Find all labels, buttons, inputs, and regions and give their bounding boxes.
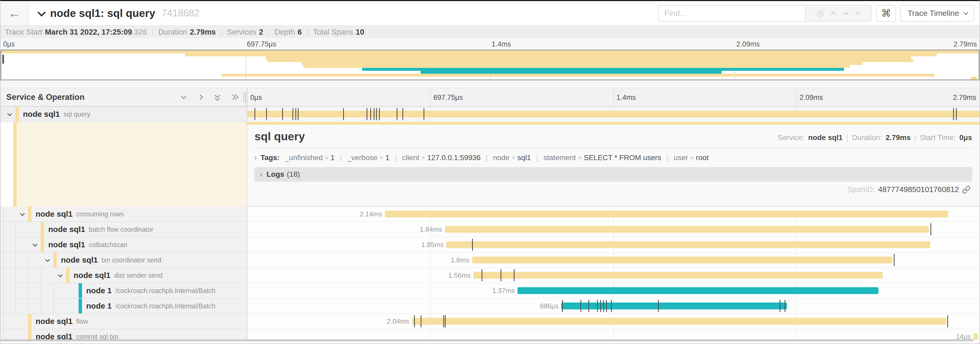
log-tick <box>421 315 422 327</box>
span-bar-track[interactable]: 1.85ms <box>247 237 980 253</box>
collapse-trace-chevron-icon[interactable] <box>37 8 46 17</box>
expand-chevron-cell[interactable] <box>3 112 15 116</box>
next-match-icon[interactable] <box>843 10 849 15</box>
minimap-strip-row <box>1 59 979 62</box>
span-bar-track[interactable]: 1.6ms <box>247 253 980 268</box>
service-name: node sql1 <box>73 271 110 280</box>
service-operation-title: Service & Operation <box>6 93 84 102</box>
log-tick <box>376 108 377 120</box>
span-bar[interactable] <box>517 287 878 294</box>
span-bar-track[interactable]: 1.37ms <box>247 283 980 299</box>
service-name: node sql1 <box>48 225 85 234</box>
tags-row[interactable]: › Tags: _unfinished=1|_verbose=1|client=… <box>255 154 972 162</box>
horizontal-scrollbar[interactable] <box>0 339 974 341</box>
span-tree-item[interactable]: node sql1commit sql txn <box>0 329 247 340</box>
span-tree-item[interactable]: node sql1consuming rows <box>0 206 247 222</box>
expand-chevron-cell[interactable] <box>15 213 28 216</box>
span-tree-item[interactable]: node 1/cockroach.roachpb.Internal/Batch <box>0 299 247 314</box>
tags-expand-chevron-icon[interactable]: › <box>255 154 257 162</box>
span-bar[interactable] <box>472 256 892 263</box>
span-tree-item[interactable]: node sql1colbatchscan <box>0 237 247 253</box>
log-tick <box>514 269 514 282</box>
minimap-span-bar <box>267 59 913 62</box>
chevron-down-icon[interactable] <box>58 272 62 277</box>
span-bar-track[interactable] <box>247 107 980 122</box>
prev-match-icon[interactable] <box>831 11 836 16</box>
log-tick <box>255 108 255 120</box>
span-duration-label: 1.6ms <box>451 256 472 264</box>
span-tree-item[interactable]: node sql1txn coordinator send <box>0 253 247 268</box>
chevron-down-icon[interactable] <box>32 242 37 246</box>
logs-expand-chevron-icon[interactable]: › <box>260 170 262 179</box>
trace-title-wrap[interactable]: node sql1: sql query 7418682 <box>38 7 200 19</box>
minimap-canvas[interactable] <box>0 50 980 80</box>
indent-guide <box>3 206 15 221</box>
logs-row[interactable]: › Logs (18) <box>255 167 972 181</box>
span-row-5: node sql1dist sender send1.56ms <box>0 268 980 283</box>
span-bar[interactable] <box>446 241 931 248</box>
collapse-one-icon[interactable] <box>197 93 205 101</box>
span-row-8: node sql1flow2.04ms <box>0 314 980 329</box>
span-bar[interactable] <box>412 318 947 325</box>
keyboard-shortcuts-button[interactable]: ⌘ <box>877 5 896 22</box>
tag-key: _unfinished <box>285 154 323 162</box>
span-bar[interactable] <box>974 333 978 340</box>
detail-span-title: sql query <box>255 130 305 143</box>
minimap-drag-handle[interactable] <box>2 55 4 64</box>
span-tree-item[interactable]: node 1/cockroach.roachpb.Internal/Batch <box>0 283 247 299</box>
span-bar-track[interactable]: 886μs <box>247 299 980 314</box>
span-bar[interactable] <box>445 226 929 233</box>
expand-collapse-controls <box>180 93 239 101</box>
expand-chevron-cell[interactable] <box>41 258 53 262</box>
operation-name: batch flow coordinator <box>89 226 153 233</box>
match-highlight-icon[interactable]: ◎ <box>817 9 824 18</box>
chevron-down-icon[interactable] <box>20 211 24 216</box>
span-duration-label: 2.04ms <box>387 317 412 325</box>
span-tree-item[interactable]: node sql1batch flow coordinator <box>0 222 247 237</box>
span-row-2: node sql1batch flow coordinator1.84ms <box>0 222 980 237</box>
indent-guide <box>28 299 41 314</box>
span-color-stripe <box>66 268 69 283</box>
span-id-value: 4877749850101760812 <box>878 185 959 194</box>
deep-link-icon[interactable] <box>962 186 970 194</box>
span-tree-item[interactable]: node sql1flow <box>0 314 247 329</box>
tag-equals: = <box>578 154 582 162</box>
span-bar[interactable] <box>473 272 883 279</box>
column-resize-grip[interactable] <box>243 93 247 103</box>
span-bar-track[interactable]: 2.04ms <box>247 314 980 329</box>
span-bar-track[interactable]: 1.84ms <box>247 222 980 237</box>
expand-one-icon[interactable] <box>231 93 239 101</box>
minimap-tick-4: 2.79ms <box>953 40 977 48</box>
span-tree-item[interactable]: node sql1sql query <box>0 107 247 122</box>
span-bar-track[interactable]: 2.14ms <box>247 206 980 222</box>
expand-all-icon[interactable] <box>214 93 222 101</box>
clear-find-icon[interactable]: × <box>855 9 860 18</box>
minimap-span-bar <box>221 74 935 77</box>
collapse-all-icon[interactable] <box>180 93 188 101</box>
expand-chevron-cell[interactable] <box>53 274 66 277</box>
span-duration-label: 2.14ms <box>360 210 385 218</box>
span-bar[interactable] <box>561 302 787 309</box>
duration-label: Duration: <box>852 133 882 142</box>
depth-value: 6 <box>298 28 302 37</box>
chevron-down-icon[interactable] <box>7 111 12 116</box>
span-bar[interactable] <box>385 211 948 218</box>
span-bar-track[interactable]: 1.56ms <box>247 268 980 283</box>
span-id-row: SpanID: 4877749850101760812 <box>255 185 972 194</box>
back-button[interactable]: ← <box>0 1 29 26</box>
service-name: node sql1 <box>36 210 73 219</box>
trace-view-select[interactable]: Trace Timeline <box>900 5 974 22</box>
span-detail-row: sql query Service: node sql1 | Duration:… <box>0 122 980 206</box>
chevron-down-icon[interactable] <box>45 257 50 262</box>
service-name: node sql1 <box>23 110 60 118</box>
expand-chevron-cell[interactable] <box>28 243 41 246</box>
span-rows: node sql1sql query sql query Service: no… <box>0 107 980 340</box>
span-tree-item[interactable]: node sql1dist sender send <box>0 268 247 283</box>
start-time-value: 0μs <box>959 133 972 142</box>
span-bar-track[interactable]: 14μs <box>247 329 980 340</box>
logs-count: (18) <box>287 170 300 179</box>
find-input[interactable] <box>658 5 806 22</box>
tag-separator: | <box>395 154 397 162</box>
axis-tick-1: 697.75μs <box>433 94 463 102</box>
span-bar[interactable] <box>247 111 980 118</box>
